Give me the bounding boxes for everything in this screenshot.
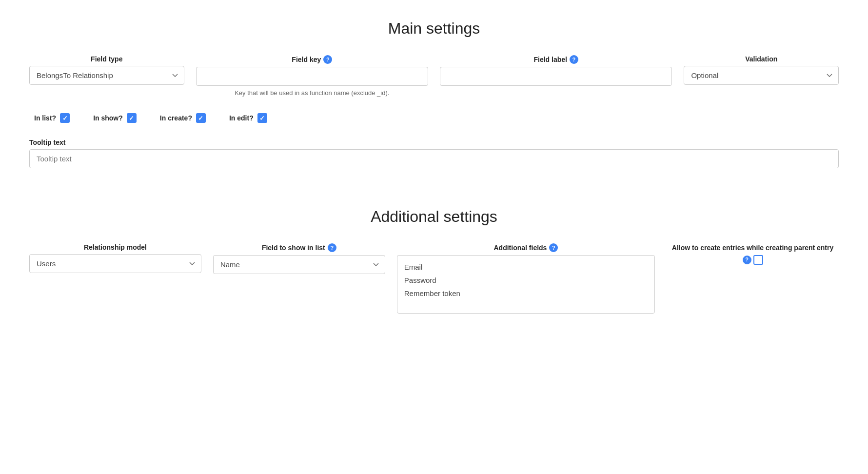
relationship-model-select[interactable]: Users Posts Categories	[29, 254, 201, 273]
field-type-label: Field type	[29, 55, 184, 63]
field-to-show-help-icon[interactable]: ?	[328, 243, 336, 252]
field-type-select[interactable]: BelongsTo Relationship HasMany Relations…	[29, 66, 184, 85]
additional-fields-group: Additional fields ? Email Password Remem…	[397, 243, 655, 314]
allow-create-label: Allow to create entries while creating p…	[667, 243, 839, 265]
validation-select[interactable]: Optional Required	[684, 66, 839, 85]
allow-create-checkbox[interactable]	[753, 255, 763, 265]
section-divider	[29, 188, 839, 188]
field-key-input[interactable]: author	[196, 67, 428, 86]
in-create-group: In create?	[160, 113, 206, 123]
in-list-checkbox[interactable]	[60, 113, 70, 123]
field-key-label: Field key ?	[196, 55, 428, 64]
in-list-group: In list?	[34, 113, 70, 123]
checkboxes-row: In list? In show? In create? In edit?	[29, 113, 839, 123]
allow-create-help-icon[interactable]: ?	[743, 256, 751, 264]
field-key-group: Field key ? author Key that will be used…	[196, 55, 428, 98]
field-label-label: Field label ?	[440, 55, 672, 64]
in-show-group: In show?	[93, 113, 137, 123]
in-create-checkbox[interactable]	[196, 113, 206, 123]
field-to-show-select[interactable]: Name Email ID	[213, 255, 385, 274]
in-show-label: In show?	[93, 114, 123, 122]
field-key-hint: Key that will be used in as function nam…	[196, 89, 428, 98]
relationship-model-label: Relationship model	[29, 243, 201, 251]
tooltip-section: Tooltip text	[29, 138, 839, 168]
additional-fields-listbox[interactable]: Email Password Remember token	[397, 255, 655, 314]
tooltip-text-label: Tooltip text	[29, 138, 839, 146]
validation-group: Validation Optional Required	[684, 55, 839, 85]
field-label-help-icon[interactable]: ?	[570, 55, 578, 64]
field-to-show-label: Field to show in list ?	[213, 243, 385, 252]
list-item[interactable]: Remember token	[404, 287, 648, 300]
in-edit-label: In edit?	[229, 114, 254, 122]
field-to-show-group: Field to show in list ? Name Email ID	[213, 243, 385, 274]
additional-fields-label: Additional fields ?	[397, 243, 655, 252]
list-item[interactable]: Email	[404, 260, 648, 274]
relationship-model-group: Relationship model Users Posts Categorie…	[29, 243, 201, 273]
in-list-label: In list?	[34, 114, 56, 122]
in-edit-checkbox[interactable]	[257, 113, 267, 123]
additional-fields-help-icon[interactable]: ?	[549, 243, 558, 252]
in-edit-group: In edit?	[229, 113, 267, 123]
in-show-checkbox[interactable]	[127, 113, 137, 123]
in-create-label: In create?	[160, 114, 192, 122]
tooltip-text-input[interactable]	[29, 149, 839, 168]
list-item[interactable]: Password	[404, 274, 648, 287]
field-label-group: Field label ? Author	[440, 55, 672, 86]
main-settings-title: Main settings	[29, 20, 839, 38]
field-key-help-icon[interactable]: ?	[323, 55, 332, 64]
field-label-input[interactable]: Author	[440, 67, 672, 86]
validation-label: Validation	[684, 55, 839, 63]
additional-settings-title: Additional settings	[29, 208, 839, 226]
allow-create-group: Allow to create entries while creating p…	[667, 243, 839, 265]
field-type-group: Field type BelongsTo Relationship HasMan…	[29, 55, 184, 85]
